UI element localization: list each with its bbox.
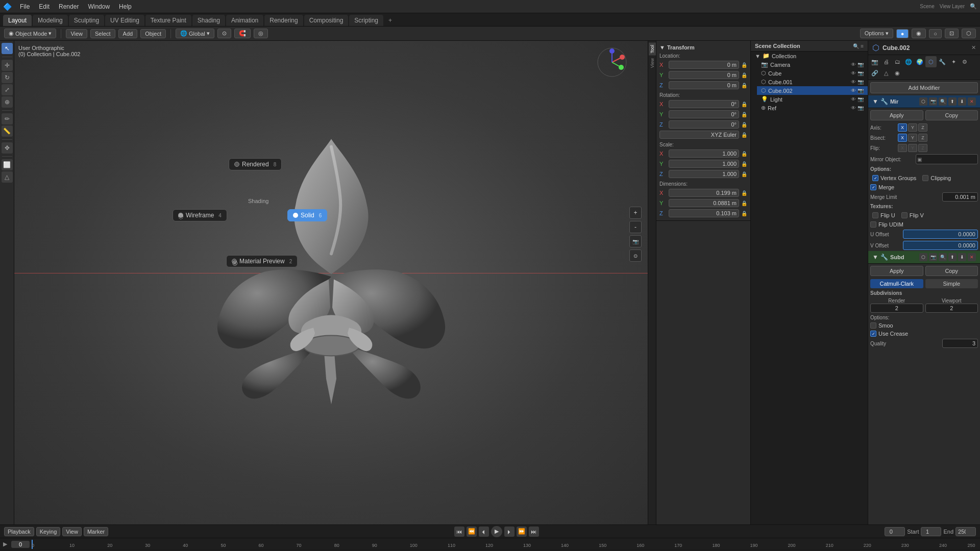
tab-rendering[interactable]: Rendering	[264, 15, 303, 26]
tool-annotate[interactable]: ✏	[2, 113, 13, 124]
view-menu[interactable]: View	[66, 29, 87, 38]
overlay-wireframe[interactable]: ◌ Wireframe 4	[173, 209, 227, 221]
add-menu[interactable]: Add	[118, 29, 138, 38]
subd-copy-btn[interactable]: Copy	[925, 266, 978, 276]
view-label-timeline[interactable]: View	[62, 527, 82, 536]
tab-uv-editing[interactable]: UV Editing	[105, 15, 144, 26]
snap-btn[interactable]: 🧲	[234, 29, 251, 38]
tool-measure[interactable]: 📏	[2, 126, 13, 137]
tab-shading[interactable]: Shading	[192, 15, 225, 26]
viewport-shading-rendered[interactable]: ○	[929, 29, 942, 38]
tab-modeling[interactable]: Modeling	[33, 15, 68, 26]
rot-y-lock[interactable]: 🔒	[741, 112, 747, 117]
playback-label[interactable]: Playback	[4, 527, 34, 536]
tool-select[interactable]: ↖	[2, 43, 13, 54]
play-btn[interactable]: ▶	[491, 526, 502, 537]
cb-clipping[interactable]	[922, 175, 928, 181]
current-frame-display[interactable]: 0	[11, 541, 30, 548]
outliner-cube[interactable]: ⬡ Cube 👁 📷	[757, 69, 868, 78]
zoom-out-btn[interactable]: -	[629, 221, 642, 233]
next-frame-btn[interactable]: ⏩	[517, 527, 527, 537]
loc-y-lock[interactable]: 🔒	[741, 72, 747, 78]
tool-scale[interactable]: ⤢	[2, 84, 13, 95]
tab-sculpting[interactable]: Sculpting	[69, 15, 104, 26]
outliner-collection[interactable]: ▼ 📁 Collection	[751, 52, 868, 60]
overlay-solid[interactable]: Solid 6	[287, 209, 327, 221]
prev-keyframe-btn[interactable]: ⏴	[479, 527, 489, 537]
loc-z-lock[interactable]: 🔒	[741, 83, 747, 88]
overlay-material-preview[interactable]: ◎ Material Preview 2	[226, 255, 298, 267]
dim-y-lock[interactable]: 🔒	[741, 201, 747, 206]
prop-tab-output[interactable]: 🖨	[880, 56, 892, 67]
mir-icon-2[interactable]: 📷	[929, 97, 937, 106]
xray-btn[interactable]: ⬡	[962, 29, 976, 38]
subd-icon-4[interactable]: ⬆	[948, 253, 957, 261]
prev-frame-btn[interactable]: ⏪	[467, 527, 477, 537]
dim-z-lock[interactable]: 🔒	[741, 211, 747, 216]
prop-tab-constraints[interactable]: 🔗	[869, 67, 880, 79]
prop-tab-object[interactable]: ⬡	[925, 56, 937, 67]
tool-cursor[interactable]: ✥	[2, 142, 13, 154]
tool-transform[interactable]: ⊕	[2, 96, 13, 108]
keying-label[interactable]: Keying	[36, 527, 61, 536]
subd-icon-3[interactable]: 🔍	[939, 253, 947, 261]
menu-edit[interactable]: Edit	[35, 2, 54, 11]
mir-flip-y[interactable]: Y	[908, 144, 917, 152]
viewport[interactable]: User Orthographic (0) Collection | Cube.…	[14, 41, 648, 524]
prop-tab-data[interactable]: △	[880, 67, 892, 79]
timeline-bar[interactable]: 0 10 20 30 40 50 60 70 80 90 100 110 120…	[32, 540, 977, 549]
mir-flip-z[interactable]: Z	[918, 144, 927, 152]
zoom-in-btn[interactable]: +	[629, 207, 642, 219]
subd-apply-btn[interactable]: Apply	[870, 266, 923, 276]
cb-vertex-groups[interactable]: ✓	[872, 175, 878, 181]
cb-merge[interactable]: ✓	[870, 184, 876, 190]
jump-start-btn[interactable]: ⏮	[454, 527, 464, 537]
timeline-expand[interactable]: ▶	[3, 541, 9, 547]
scale-x-lock[interactable]: 🔒	[741, 151, 747, 157]
global-dropdown[interactable]: 🌐 Global ▾	[176, 29, 214, 38]
outliner-camera[interactable]: 📷 Camera 👁 📷	[757, 60, 868, 69]
mir-axis-y[interactable]: Y	[908, 123, 917, 132]
mir-axis-z[interactable]: Z	[918, 123, 927, 132]
tool-add-cone[interactable]: △	[2, 171, 13, 183]
jump-end-btn[interactable]: ⏭	[529, 527, 539, 537]
cb-flip-udim[interactable]	[870, 221, 876, 228]
mir-icon-3[interactable]: 🔍	[939, 97, 947, 106]
prop-tab-view-layer[interactable]: 🗂	[892, 56, 903, 67]
tool-rotate[interactable]: ↻	[2, 72, 13, 83]
camera-view-btn[interactable]: 📷	[629, 235, 642, 247]
local-view-btn[interactable]: ⊙	[629, 249, 642, 262]
proportional-edit[interactable]: ◎	[254, 29, 268, 38]
viewport-shading-solid[interactable]: ●	[896, 29, 909, 38]
subd-icon-1[interactable]: ⬡	[919, 253, 927, 261]
side-tab-view[interactable]: View	[649, 56, 656, 70]
tab-layout[interactable]: Layout	[3, 15, 32, 26]
prop-tab-render[interactable]: 📷	[869, 56, 880, 67]
prop-tab-physics[interactable]: ⚙	[959, 56, 970, 67]
menu-window[interactable]: Window	[84, 2, 114, 11]
object-menu[interactable]: Object	[140, 29, 166, 38]
start-frame-input[interactable]	[921, 527, 941, 536]
cb-smooth[interactable]	[870, 322, 876, 329]
mir-close-btn[interactable]: ✕	[968, 97, 976, 106]
side-tab-item[interactable]: Tool	[649, 43, 656, 56]
prop-tab-world[interactable]: 🌍	[914, 56, 925, 67]
loc-x-lock[interactable]: 🔒	[741, 62, 747, 68]
tool-add-cube[interactable]: ⬜	[2, 159, 13, 170]
select-menu[interactable]: Select	[90, 29, 115, 38]
mir-object-field[interactable]: ▣	[916, 154, 978, 164]
outliner-light[interactable]: 💡 Light 👁 📷	[757, 95, 868, 104]
outliner-cube001[interactable]: ⬡ Cube.001 👁 📷	[757, 78, 868, 86]
menu-help[interactable]: Help	[115, 2, 136, 11]
mir-axis-x[interactable]: X	[898, 123, 907, 132]
mir-icon-1[interactable]: ⬡	[919, 97, 927, 106]
end-frame-input[interactable]	[955, 527, 976, 536]
mir-bisect-y[interactable]: Y	[908, 134, 917, 142]
prop-tab-scene[interactable]: 🌐	[903, 56, 914, 67]
tool-move[interactable]: ✛	[2, 60, 13, 71]
marker-label[interactable]: Marker	[84, 527, 108, 536]
mir-icon-5[interactable]: ⬇	[958, 97, 966, 106]
cb-flip-u[interactable]	[872, 212, 878, 218]
menu-file[interactable]: File	[16, 2, 34, 11]
tab-animation[interactable]: Animation	[226, 15, 263, 26]
